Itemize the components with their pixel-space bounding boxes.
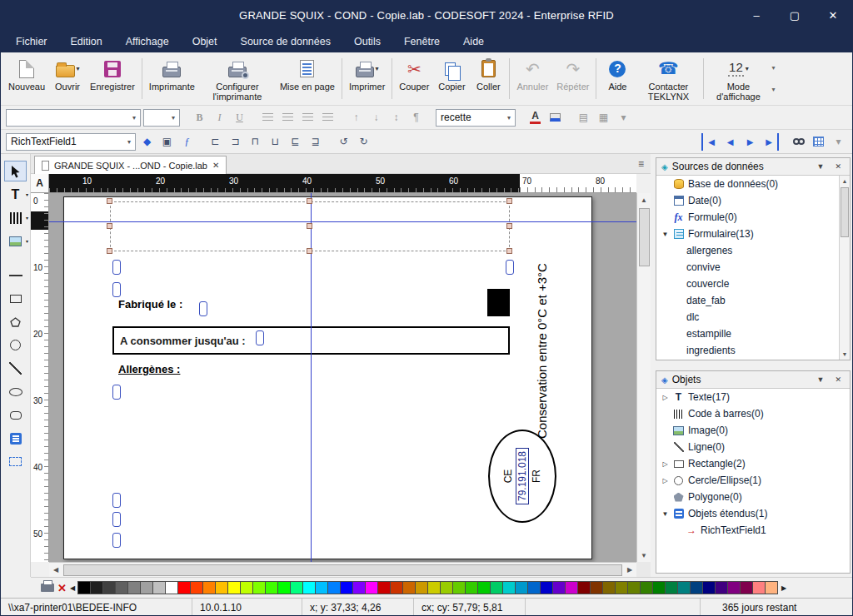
menu-aide[interactable]: Aide — [451, 32, 496, 52]
maximize-button[interactable]: ▢ — [776, 1, 814, 30]
field-placeholder[interactable] — [112, 385, 121, 400]
ruler-origin-button[interactable]: A — [31, 174, 49, 193]
objects-header[interactable]: ◈ Objets ▼ ✕ — [656, 371, 850, 389]
color-swatch[interactable] — [352, 581, 366, 594]
tree-item-dlc[interactable]: dlc — [656, 309, 839, 325]
field-placeholder[interactable] — [112, 512, 121, 527]
field-placeholder[interactable] — [112, 533, 121, 548]
color-swatch[interactable] — [327, 581, 341, 594]
help-button[interactable]: ? Aide — [599, 54, 636, 103]
field-placeholder[interactable] — [256, 330, 264, 345]
color-swatch[interactable] — [490, 581, 503, 594]
color-swatch[interactable] — [340, 581, 353, 594]
chevron-down-icon[interactable]: ▾ — [167, 114, 175, 122]
chevron-down-icon[interactable]: ▾ — [26, 191, 28, 197]
menu-affichage[interactable]: Affichage — [114, 32, 181, 52]
align-objects-left-icon[interactable]: ⊏ — [207, 133, 224, 151]
design-canvas[interactable]: Fabriqué le : A consommer jusqu'au : All… — [49, 193, 636, 562]
tree-item-rectangle[interactable]: ▷ Rectangle(2) — [656, 455, 850, 472]
chevron-down-icon[interactable]: ▾ — [376, 65, 379, 72]
selection-handle[interactable] — [107, 223, 112, 229]
copy-button[interactable]: Copier — [433, 54, 470, 103]
color-swatch[interactable] — [640, 581, 653, 594]
color-swatch[interactable] — [565, 581, 578, 594]
tree-item-estampille[interactable]: estampille — [656, 325, 839, 342]
menu-fenetre[interactable]: Fenêtre — [392, 32, 451, 52]
open-button[interactable]: ▾ Ouvrir — [49, 54, 86, 103]
twisty-collapsed-icon[interactable]: ▷ — [661, 460, 669, 468]
selection-handle[interactable] — [307, 248, 312, 254]
menu-source-de-donnees[interactable]: Source de données — [229, 32, 342, 52]
field-placeholder[interactable] — [112, 282, 121, 297]
color-swatch[interactable] — [590, 581, 603, 594]
tree-item-allergenes[interactable]: allergenes — [656, 242, 839, 259]
bold-button[interactable]: B — [191, 109, 208, 127]
color-swatch[interactable] — [677, 581, 691, 594]
printer-setup-button[interactable]: Configurer l'imprimante — [199, 54, 276, 103]
align-objects-right-icon[interactable]: ⊐ — [227, 133, 244, 151]
color-swatch[interactable] — [715, 581, 728, 594]
panel-chevron-down-icon[interactable]: ▼ — [814, 162, 828, 171]
image-tool[interactable]: ▾ — [4, 231, 27, 251]
color-swatch[interactable] — [152, 581, 166, 594]
color-swatch[interactable] — [302, 581, 316, 594]
rotate-right-icon[interactable]: ↻ — [355, 133, 372, 151]
font-size-combo[interactable]: ▾ — [143, 109, 180, 127]
selection-handle[interactable] — [107, 198, 112, 204]
tree-item-database[interactable]: Base de données(0) — [656, 176, 839, 192]
paste-button[interactable]: Coller — [470, 54, 506, 103]
rotate-left-icon[interactable]: ↺ — [335, 133, 352, 151]
scroll-down-icon[interactable]: ▼ — [637, 549, 651, 562]
panel-close-icon[interactable]: ✕ — [831, 375, 845, 384]
selection-handle[interactable] — [506, 223, 512, 229]
color-swatch[interactable] — [252, 581, 266, 594]
vertical-ruler[interactable]: 0 10 20 30 40 50 — [31, 193, 49, 562]
color-swatch[interactable] — [90, 581, 103, 594]
selection-handle[interactable] — [506, 198, 512, 204]
chevron-down-icon[interactable]: ▾ — [26, 215, 28, 221]
format-overflow-chevron-icon[interactable]: ▾ — [615, 109, 632, 127]
scroll-down-icon[interactable]: ▼ — [840, 349, 850, 360]
align-justify-icon[interactable] — [319, 109, 337, 127]
text-color-button[interactable]: A — [526, 109, 544, 127]
menu-edition[interactable]: Edition — [59, 32, 114, 52]
tree-item-ligne[interactable]: Ligne(0) — [656, 439, 850, 455]
italic-button[interactable]: I — [211, 109, 228, 127]
color-swatch[interactable] — [215, 581, 228, 594]
data-sources-header[interactable]: ◈ Sources de données ▼ ✕ — [656, 158, 850, 176]
ellipse-tool[interactable] — [4, 381, 27, 402]
color-swatch[interactable] — [752, 581, 766, 594]
color-swatch[interactable] — [102, 581, 116, 594]
color-swatch[interactable] — [440, 581, 453, 594]
color-swatch[interactable] — [227, 581, 241, 594]
tree-item-ingredients[interactable]: ingredients — [656, 342, 839, 359]
rectangle-tool[interactable] — [4, 288, 27, 309]
select-tool[interactable] — [4, 161, 27, 181]
horizontal-scroll-thumb[interactable] — [63, 564, 622, 576]
align-left-icon[interactable] — [259, 109, 277, 127]
color-swatch[interactable] — [690, 581, 703, 594]
hamburger-icon[interactable]: ≡ — [638, 158, 644, 170]
color-swatch[interactable] — [502, 581, 516, 594]
toolbar-overflow[interactable]: ▾ ▾ — [770, 54, 776, 103]
color-swatch[interactable] — [665, 581, 678, 594]
field-placeholder[interactable] — [199, 301, 207, 316]
undo-button[interactable]: ↶ Annuler — [512, 54, 552, 103]
tree-item-form[interactable]: ▼ Formulaire(13) — [656, 226, 839, 242]
tree-item-formula[interactable]: fx Formule(0) — [656, 209, 839, 226]
tree-item-code-a-barres[interactable]: Code à barres(0) — [656, 405, 850, 422]
twisty-expanded-icon[interactable]: ▼ — [661, 510, 669, 518]
next-record-icon[interactable]: ▶ — [741, 133, 759, 151]
formula-icon[interactable]: ƒ — [178, 133, 196, 151]
page-setup-button[interactable]: Mise en page — [276, 54, 339, 103]
twisty-expanded-icon[interactable]: ▼ — [661, 231, 669, 238]
horizontal-guide-line[interactable] — [49, 221, 636, 222]
fill-color-button[interactable] — [546, 109, 564, 127]
palette-scroll-right-icon[interactable]: ▶ — [781, 584, 786, 592]
selection-handle[interactable] — [107, 248, 112, 254]
circle-tool[interactable] — [4, 335, 27, 355]
chevron-down-icon[interactable]: ▾ — [771, 64, 775, 72]
twisty-collapsed-icon[interactable]: ▷ — [661, 477, 669, 484]
color-swatch[interactable] — [465, 581, 478, 594]
chevron-down-icon[interactable]: ▾ — [127, 114, 136, 122]
